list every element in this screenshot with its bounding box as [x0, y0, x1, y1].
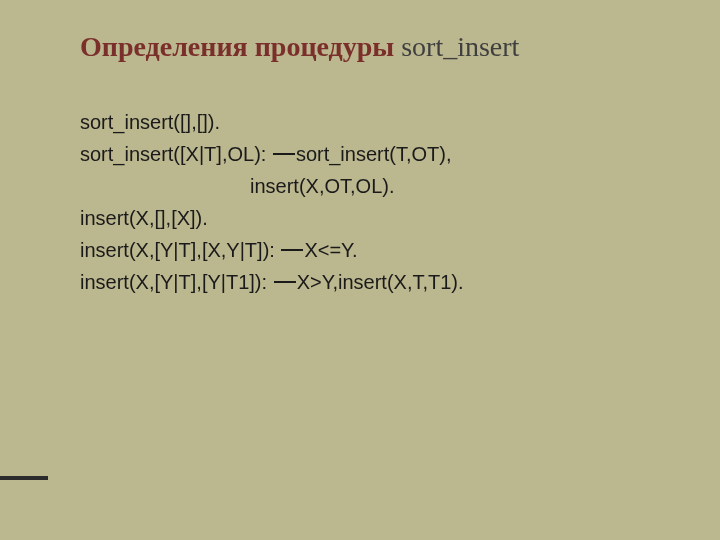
code-text: sort_insert([X|T],OL):: [80, 143, 272, 165]
code-line: insert(X,[],[X]).: [80, 202, 680, 234]
code-text: X<=Y.: [304, 239, 357, 261]
neck-operator-icon: [281, 249, 303, 251]
title-accent: Определения процедуры: [80, 31, 401, 62]
code-line: insert(X,OT,OL).: [80, 170, 680, 202]
code-line: insert(X,[Y|T],[Y|T1]): X>Y,insert(X,T,T…: [80, 266, 680, 298]
slide: Определения процедуры sort_insert sort_i…: [0, 0, 720, 540]
neck-operator-icon: [273, 153, 295, 155]
code-text: insert(X,OT,OL).: [250, 175, 394, 197]
code-text: X>Y,insert(X,T,T1).: [297, 271, 464, 293]
code-block: sort_insert([],[]). sort_insert([X|T],OL…: [80, 106, 680, 298]
slide-title: Определения процедуры sort_insert: [80, 30, 680, 64]
code-line: sort_insert([],[]).: [80, 106, 680, 138]
code-line: sort_insert([X|T],OL): sort_insert(T,OT)…: [80, 138, 680, 170]
code-text: sort_insert(T,OT),: [296, 143, 452, 165]
code-line: insert(X,[Y|T],[X,Y|T]): X<=Y.: [80, 234, 680, 266]
code-text: insert(X,[],[X]).: [80, 207, 208, 229]
code-text: insert(X,[Y|T],[X,Y|T]):: [80, 239, 280, 261]
title-plain: sort_insert: [401, 31, 519, 62]
code-text: insert(X,[Y|T],[Y|T1]):: [80, 271, 273, 293]
code-text: sort_insert([],[]).: [80, 111, 220, 133]
neck-operator-icon: [274, 281, 296, 283]
decorative-bar: [0, 476, 48, 480]
